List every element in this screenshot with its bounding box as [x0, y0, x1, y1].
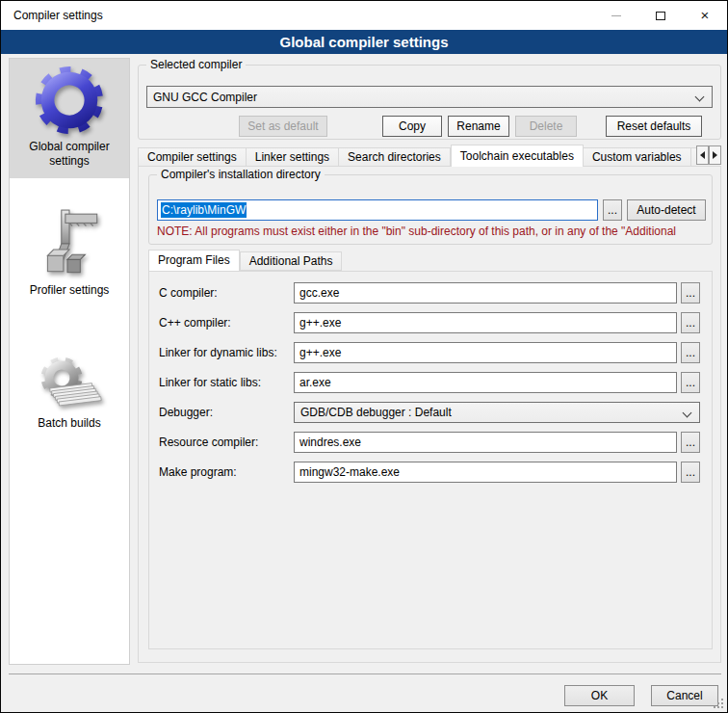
close-button[interactable]: × [683, 1, 727, 30]
window-controls: × [594, 1, 727, 30]
dialog-header-banner: Global compiler settings [1, 30, 727, 54]
tab-search-directories[interactable]: Search directories [339, 147, 451, 167]
debugger-select[interactable]: GDB/CDB debugger : Default [294, 402, 700, 423]
auto-detect-button[interactable]: Auto-detect [627, 199, 706, 221]
field-label: Debugger: [159, 402, 213, 423]
maximize-button[interactable] [638, 1, 683, 30]
tab-program-files[interactable]: Program Files [148, 250, 240, 271]
cancel-button[interactable]: Cancel [651, 685, 718, 706]
resource-compiler-input[interactable] [294, 432, 677, 453]
chevron-down-icon [695, 92, 705, 102]
batch-builds-gear-stack-icon [36, 353, 103, 416]
settings-tab-bar: Compiler settings Linker settings Search… [138, 145, 696, 167]
debugger-select-value: GDB/CDB debugger : Default [300, 406, 452, 419]
toolchain-executables-panel: Compiler's installation directory C:\ray… [138, 166, 721, 663]
browse-button[interactable]: ... [681, 462, 700, 483]
tab-compiler-settings[interactable]: Compiler settings [138, 147, 247, 167]
field-label: C compiler: [159, 282, 218, 304]
tab-toolchain-executables[interactable]: Toolchain executables [451, 145, 584, 167]
rename-button[interactable]: Rename [448, 116, 509, 137]
field-row-make-program: Make program: ... [149, 462, 712, 483]
close-icon: × [701, 1, 710, 30]
field-label: Resource compiler: [159, 432, 258, 453]
browse-button[interactable]: ... [681, 432, 700, 453]
group-legend: Selected compiler [146, 58, 246, 72]
sidebar-item-label: Profiler settings [15, 283, 123, 298]
compiler-select[interactable]: GNU GCC Compiler [146, 86, 713, 108]
set-as-default-button[interactable]: Set as default [239, 116, 327, 137]
field-label: Linker for dynamic libs: [159, 342, 277, 363]
browse-directory-button[interactable]: ... [603, 199, 622, 221]
tab-scroll-left-icon [700, 151, 705, 159]
footer-divider [9, 673, 721, 674]
browse-button[interactable]: ... [681, 312, 700, 333]
caliper-icon [38, 208, 101, 283]
blue-gear-icon [32, 63, 107, 138]
bin-subdirectory-note: NOTE: All programs must exist either in … [157, 224, 710, 238]
browse-button[interactable]: ... [681, 342, 700, 363]
minimize-icon [611, 15, 621, 16]
make-program-input[interactable] [294, 462, 677, 483]
compiler-settings-dialog: Compiler settings × Global compiler sett… [0, 0, 728, 713]
browse-button[interactable]: ... [681, 372, 700, 393]
c-compiler-input[interactable] [294, 282, 677, 304]
program-files-panel: C compiler: ... C++ compiler: ... Linker… [148, 271, 713, 649]
field-label: Linker for static libs: [159, 372, 261, 393]
reset-defaults-button[interactable]: Reset defaults [606, 116, 702, 137]
settings-category-list: Global compiler settings Profiler settin… [9, 58, 130, 665]
tab-scroll-left-button[interactable] [696, 145, 709, 165]
cpp-compiler-input[interactable] [294, 312, 677, 333]
window-title: Compiler settings [13, 1, 103, 30]
browse-button[interactable]: ... [681, 282, 700, 304]
linker-dynamic-input[interactable] [294, 342, 677, 363]
installation-directory-value: C:\raylib\MinGW [161, 202, 247, 218]
sidebar-item-label: Global compiler settings [15, 140, 123, 169]
group-legend: Compiler's installation directory [157, 168, 325, 182]
copy-button[interactable]: Copy [382, 116, 442, 137]
sidebar-item-profiler-settings[interactable]: Profiler settings [10, 190, 129, 304]
tab-custom-variables[interactable]: Custom variables [584, 147, 691, 167]
field-row-cpp-compiler: C++ compiler: ... [149, 312, 712, 333]
field-row-linker-dynamic: Linker for dynamic libs: ... [149, 342, 712, 363]
sidebar-item-batch-builds[interactable]: Batch builds [10, 327, 129, 435]
linker-static-input[interactable] [294, 372, 677, 393]
selected-compiler-group: Selected compiler GNU GCC Compiler Set a… [138, 65, 721, 140]
field-row-c-compiler: C compiler: ... [149, 282, 712, 304]
tab-additional-paths[interactable]: Additional Paths [240, 251, 343, 271]
ok-button[interactable]: OK [564, 685, 635, 706]
installation-directory-input[interactable]: C:\raylib\MinGW [157, 199, 598, 221]
field-row-linker-static: Linker for static libs: ... [149, 372, 712, 393]
chevron-down-icon [683, 409, 692, 418]
field-row-resource-compiler: Resource compiler: ... [149, 432, 712, 453]
sidebar-item-global-compiler-settings[interactable]: Global compiler settings [10, 59, 129, 178]
title-bar[interactable]: Compiler settings × [1, 1, 727, 30]
field-label: C++ compiler: [159, 312, 231, 333]
installation-directory-group: Compiler's installation directory C:\ray… [148, 174, 713, 245]
minimize-button[interactable] [594, 1, 638, 30]
tab-scroll-buttons [696, 145, 721, 165]
tab-scroll-right-icon [713, 151, 717, 159]
maximize-icon [656, 12, 665, 20]
delete-button[interactable]: Delete [515, 116, 577, 137]
field-label: Make program: [159, 462, 237, 483]
field-row-debugger: Debugger: GDB/CDB debugger : Default [149, 402, 712, 423]
tab-linker-settings[interactable]: Linker settings [247, 147, 339, 167]
resize-grip[interactable] [714, 699, 723, 708]
tab-scroll-right-button[interactable] [709, 145, 721, 165]
compiler-select-value: GNU GCC Compiler [153, 91, 257, 104]
sidebar-item-label: Batch builds [15, 416, 123, 431]
program-files-tab-bar: Program Files Additional Paths [148, 250, 342, 271]
